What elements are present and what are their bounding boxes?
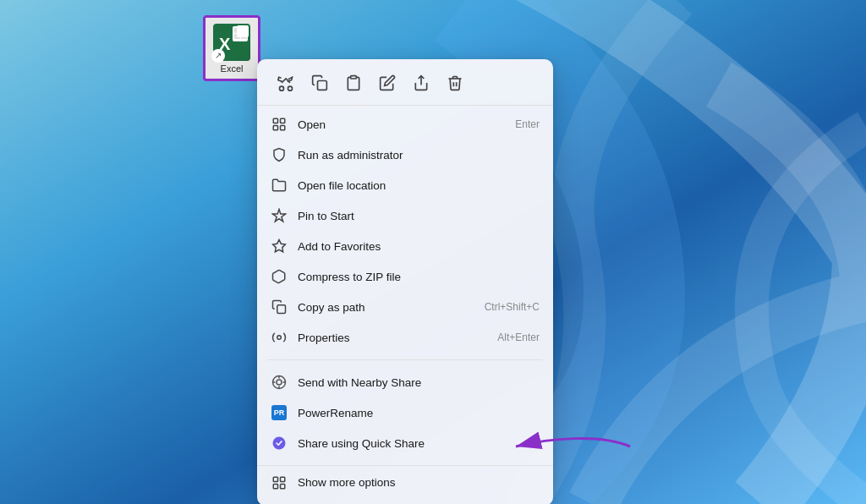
menu-item-compress-to-zip[interactable]: Compress to ZIP file [257, 261, 553, 292]
svg-rect-13 [273, 118, 277, 123]
copy-as-path-shortcut: Ctrl+Shift+C [485, 301, 540, 313]
svg-rect-28 [281, 477, 285, 481]
svg-marker-17 [273, 240, 286, 252]
svg-rect-5 [241, 28, 247, 33]
delete-button[interactable] [440, 68, 470, 98]
svg-rect-14 [281, 118, 285, 123]
nearby-share-icon [271, 374, 288, 391]
paste-button[interactable] [338, 68, 369, 98]
context-menu-toolbar [257, 59, 553, 106]
admin-icon [271, 146, 288, 163]
compress-to-zip-label: Compress to ZIP file [298, 271, 540, 283]
menu-item-properties[interactable]: Properties Alt+Enter [257, 322, 553, 353]
open-shortcut: Enter [515, 118, 540, 130]
show-more-icon [271, 474, 288, 491]
svg-point-26 [273, 437, 286, 450]
show-more-options-label: Show more options [298, 476, 540, 489]
svg-rect-15 [273, 126, 277, 130]
svg-rect-4 [234, 28, 240, 33]
svg-point-9 [288, 86, 293, 90]
menu-item-copy-as-path[interactable]: Copy as path Ctrl+Shift+C [257, 292, 553, 322]
shortcut-arrow-badge: ↗ [211, 49, 225, 63]
menu-section-1: Open Enter Run as administrator Open fil… [257, 106, 553, 356]
zip-icon [271, 268, 288, 285]
svg-rect-6 [234, 34, 240, 39]
svg-point-19 [277, 336, 282, 340]
open-file-location-label: Open file location [298, 179, 540, 192]
nearby-share-label: Send with Nearby Share [298, 376, 540, 389]
arrow-annotation [499, 425, 634, 471]
menu-item-add-to-favorites[interactable]: Add to Favorites [257, 231, 553, 261]
share-button[interactable] [406, 68, 436, 98]
copy-as-path-label: Copy as path [298, 301, 474, 314]
pin-to-start-label: Pin to Start [298, 210, 540, 222]
cut-button[interactable] [271, 68, 301, 98]
add-to-favorites-label: Add to Favorites [298, 240, 540, 253]
pin-icon [271, 207, 288, 224]
menu-item-pin-to-start[interactable]: Pin to Start [257, 200, 553, 231]
svg-rect-29 [273, 484, 277, 488]
copy-button[interactable] [304, 68, 335, 98]
excel-file-icon[interactable]: X ↗ Excel [203, 15, 260, 81]
menu-item-open[interactable]: Open Enter [257, 109, 553, 140]
properties-icon [271, 329, 288, 346]
properties-label: Properties [298, 331, 487, 344]
file-icon-label: Excel [221, 63, 244, 74]
power-rename-label: PowerRename [298, 407, 540, 419]
menu-item-power-rename[interactable]: PR PowerRename [257, 397, 553, 428]
properties-shortcut: Alt+Enter [497, 331, 540, 343]
svg-rect-18 [277, 305, 286, 314]
svg-rect-7 [241, 34, 247, 39]
run-as-admin-label: Run as administrator [298, 149, 540, 162]
svg-rect-27 [273, 477, 277, 481]
svg-point-21 [277, 380, 282, 385]
svg-point-8 [280, 86, 284, 90]
svg-rect-11 [351, 76, 357, 79]
menu-item-open-file-location[interactable]: Open file location [257, 170, 553, 200]
menu-item-nearby-share[interactable]: Send with Nearby Share [257, 367, 553, 397]
menu-divider-1 [267, 359, 543, 360]
folder-icon [271, 177, 288, 194]
menu-item-run-as-admin[interactable]: Run as administrator [257, 140, 553, 170]
open-icon [271, 116, 288, 133]
rename-button[interactable] [372, 68, 403, 98]
excel-icon-image: X ↗ [213, 24, 250, 61]
quick-share-icon [271, 435, 288, 452]
svg-rect-10 [318, 81, 327, 90]
svg-rect-16 [281, 126, 285, 130]
path-icon [271, 299, 288, 315]
svg-rect-30 [281, 484, 285, 488]
open-label: Open [298, 118, 505, 131]
power-rename-icon: PR [271, 404, 288, 421]
star-icon [271, 238, 288, 255]
